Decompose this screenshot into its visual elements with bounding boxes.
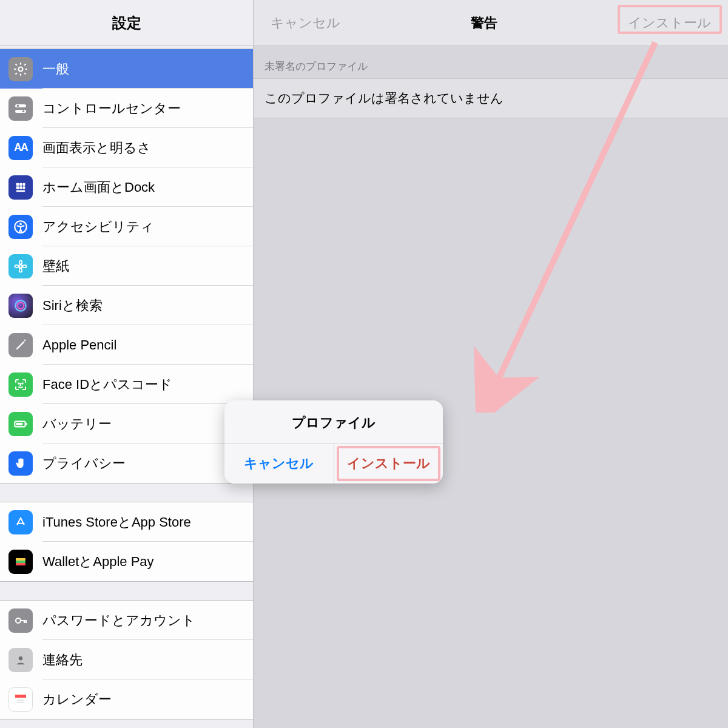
popover-install-label: インストール (347, 456, 430, 471)
pencil-icon (8, 333, 33, 357)
svg-point-22 (22, 383, 23, 384)
sidebar-title: 設定 (112, 13, 141, 33)
sidebar-item-pencil[interactable]: Apple Pencil (0, 325, 253, 365)
sidebar-item-battery[interactable]: バッテリー (0, 404, 253, 443)
sidebar-item-wallet[interactable]: WalletとApple Pay (0, 542, 253, 581)
sidebar-item-general[interactable]: 一般 (0, 49, 253, 89)
detail-pane: キャンセル 警告 インストール 未署名のプロファイル このプロファイルは署名され… (254, 0, 728, 728)
contacts-icon (8, 648, 33, 672)
sidebar-label-home-dock: ホーム画面とDock (42, 178, 155, 197)
sidebar-group-3: パスワードとアカウント 連絡先 カレンダー (0, 600, 253, 720)
sidebar-label-faceid: Face IDとパスコード (42, 376, 172, 394)
sidebar-item-control-center[interactable]: コントロールセンター (0, 89, 253, 128)
sidebar-label-pencil: Apple Pencil (42, 337, 116, 353)
svg-rect-26 (16, 558, 25, 561)
svg-point-13 (19, 223, 22, 225)
header-cancel-button[interactable]: キャンセル (271, 14, 340, 32)
svg-point-30 (19, 656, 22, 660)
popover-buttons: キャンセル インストール (224, 443, 443, 484)
sidebar-group-2: iTunes StoreとApp Store WalletとApple Pay (0, 502, 253, 582)
sidebar-item-contacts[interactable]: 連絡先 (0, 640, 253, 679)
profile-popover: プロファイル キャンセル インストール (224, 400, 443, 484)
wallet-icon (8, 550, 33, 574)
svg-rect-8 (16, 186, 19, 189)
sidebar-label-passwords: パスワードとアカウント (42, 612, 195, 630)
settings-sidebar: 設定 一般 コントロールセンター AA 画面表示と明るさ (0, 0, 254, 728)
gear-icon (8, 57, 33, 81)
svg-rect-25 (16, 422, 22, 425)
sidebar-group-1: 一般 コントロールセンター AA 画面表示と明るさ ホーム画面とDock (0, 49, 253, 484)
calendar-icon (8, 687, 33, 712)
svg-rect-10 (23, 186, 25, 189)
sidebar-item-faceid[interactable]: Face IDとパスコード (0, 365, 253, 404)
svg-rect-5 (16, 183, 19, 186)
svg-rect-27 (16, 561, 25, 563)
header-title: 警告 (471, 14, 497, 32)
sidebar-label-siri: Siriと検索 (42, 297, 103, 315)
sidebar-label-contacts: 連絡先 (42, 651, 83, 669)
sidebar-label-privacy: プライバシー (42, 454, 126, 473)
sidebar-item-calendar[interactable]: カレンダー (0, 679, 253, 719)
svg-point-16 (19, 268, 22, 272)
sidebar-label-wallpaper: 壁紙 (42, 257, 69, 275)
text-size-icon: AA (8, 136, 33, 160)
sidebar-item-accessibility[interactable]: アクセシビリティ (0, 207, 253, 246)
sidebar-label-calendar: カレンダー (42, 690, 112, 709)
section-label-unsigned: 未署名のプロファイル (254, 46, 728, 78)
svg-rect-7 (23, 183, 25, 186)
battery-icon (8, 412, 33, 436)
appstore-icon (8, 510, 33, 534)
svg-point-21 (18, 383, 19, 384)
svg-point-14 (19, 265, 22, 268)
sidebar-label-general: 一般 (42, 60, 69, 78)
faceid-icon (8, 372, 33, 397)
popover-title: プロファイル (224, 400, 443, 443)
svg-point-2 (17, 104, 19, 107)
flower-icon (8, 254, 33, 278)
svg-point-17 (15, 265, 18, 267)
sidebar-label-wallet: WalletとApple Pay (42, 553, 154, 571)
sidebar-header: 設定 (0, 0, 253, 46)
hand-icon (8, 451, 33, 476)
detail-row-unsigned-profile: このプロファイルは署名されていません (254, 78, 728, 118)
svg-rect-9 (19, 186, 22, 189)
svg-rect-31 (15, 695, 26, 698)
svg-rect-24 (26, 422, 27, 425)
sidebar-item-passwords[interactable]: パスワードとアカウント (0, 601, 253, 640)
sidebar-item-display[interactable]: AA 画面表示と明るさ (0, 128, 253, 167)
svg-point-20 (18, 302, 24, 309)
siri-icon (8, 294, 33, 318)
header-install-button[interactable]: インストール (628, 14, 711, 32)
svg-point-0 (19, 67, 23, 71)
sidebar-item-siri[interactable]: Siriと検索 (0, 286, 253, 325)
svg-rect-32 (15, 698, 26, 705)
sidebar-label-itunes: iTunes StoreとApp Store (42, 513, 191, 531)
sidebar-item-itunes[interactable]: iTunes StoreとApp Store (0, 502, 253, 542)
grid-icon (8, 175, 33, 200)
toggles-icon (8, 96, 33, 121)
svg-point-4 (22, 110, 25, 112)
sidebar-item-wallpaper[interactable]: 壁紙 (0, 246, 253, 286)
svg-point-29 (16, 618, 21, 623)
svg-rect-6 (19, 183, 22, 186)
popover-install-button[interactable]: インストール (334, 443, 443, 484)
key-icon (8, 608, 33, 633)
svg-rect-28 (16, 563, 25, 565)
sidebar-label-display: 画面表示と明るさ (42, 139, 151, 157)
sidebar-item-privacy[interactable]: プライバシー (0, 443, 253, 483)
sidebar-label-battery: バッテリー (42, 415, 112, 433)
svg-point-18 (22, 265, 26, 267)
svg-point-15 (19, 260, 22, 264)
popover-cancel-button[interactable]: キャンセル (224, 443, 334, 484)
sidebar-item-home-dock[interactable]: ホーム画面とDock (0, 167, 253, 207)
svg-rect-11 (16, 190, 25, 192)
detail-header: キャンセル 警告 インストール (254, 0, 728, 46)
accessibility-icon (8, 215, 33, 239)
sidebar-label-accessibility: アクセシビリティ (42, 218, 154, 236)
sidebar-label-control-center: コントロールセンター (42, 99, 181, 118)
